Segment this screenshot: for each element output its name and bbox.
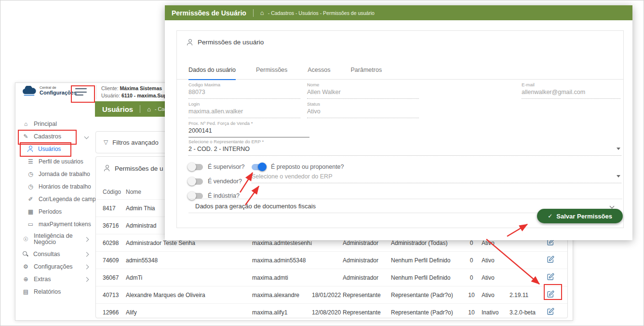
- tab-dados-do-usuario[interactable]: Dados do usuário: [188, 67, 236, 80]
- sidebar-item-relatorios[interactable]: ▤ Relatórios: [15, 285, 95, 298]
- app-logo: Central de Configurações: [21, 86, 77, 96]
- header-codigo: Código: [103, 189, 126, 195]
- cell-nome: Alexandre Marques de Oliveira: [126, 292, 252, 299]
- sidebar-item-horarios-de-trabalho[interactable]: ◷ Horários de trabalho: [15, 180, 95, 193]
- vendedor-toggle-row: É vendedor?: [188, 177, 242, 186]
- cell-nome: admin55348: [126, 257, 252, 264]
- field-email[interactable]: E-mail allenwalker@gmail.com: [522, 82, 620, 99]
- cell-status: Ativo: [482, 292, 510, 299]
- title-divider: [253, 9, 254, 17]
- title-divider: [140, 105, 140, 113]
- cell-num: 10: [461, 292, 482, 299]
- cell-versao: 3.2.0-beta: [510, 309, 547, 316]
- check-icon: ✓: [548, 213, 552, 219]
- pencil-icon: ✎: [22, 133, 29, 140]
- cell-status: Ativo: [482, 240, 510, 246]
- cell-nome: AdmTi: [126, 274, 252, 281]
- cell-tipo: Representante: [343, 292, 391, 299]
- edit-icon[interactable]: [547, 308, 554, 315]
- menu-toggle-icon[interactable]: [75, 88, 87, 95]
- field-status[interactable]: Status Ativo: [307, 101, 419, 118]
- person-icon: [104, 165, 110, 172]
- cell-status: Ativo: [482, 274, 510, 281]
- logo-text: Central de Configurações: [40, 86, 77, 96]
- sidebar-item-consultas[interactable]: Consultas: [15, 248, 95, 260]
- cell-num: 0: [461, 240, 482, 246]
- pen-icon: ✐: [27, 196, 34, 203]
- chevron-right-icon: [84, 277, 89, 282]
- edit-icon[interactable]: [547, 290, 554, 298]
- sidebar-item-cor-legenda-de-campos[interactable]: ✐ Cor/Legenda de campos: [15, 193, 95, 205]
- user-permissions-panel: Permissões de usuário Dados do usuário P…: [176, 30, 624, 228]
- cell-tipo: Administrador: [343, 257, 391, 264]
- sidebar-item-periodos[interactable]: ▦ Períodos: [15, 205, 95, 218]
- cell-login: maxima.alify1: [252, 309, 312, 316]
- cell-codigo: 36067: [103, 274, 126, 281]
- sidebar: ⌂ Principal ✎ Cadastros Usuários ☰ Perfi…: [15, 101, 95, 320]
- dropdown-caret-icon: [617, 175, 620, 177]
- sidebar-item-perfil-de-usuarios[interactable]: ☰ Perfil de usuários: [15, 155, 95, 168]
- sidebar-item-jornada-de-trabalho[interactable]: ◷ Jornada de trabalho: [15, 168, 95, 180]
- cell-nome: Alify: [126, 309, 252, 316]
- sidebar-item-configuracoes[interactable]: ⚙ Configurações: [15, 260, 95, 273]
- cell-codigo: 74609: [103, 257, 126, 264]
- cell-login: maxima.alexandre: [252, 292, 312, 299]
- field-prox-num-pedido[interactable]: Prox. Nº Ped. Força de Venda * 2000141: [188, 121, 309, 137]
- chevron-down-icon: [84, 134, 89, 139]
- sidebar-item-principal[interactable]: ⌂ Principal: [15, 118, 95, 130]
- cell-codigo: 60298: [103, 240, 126, 246]
- preposto-toggle[interactable]: [252, 164, 266, 170]
- card-icon: ▭: [27, 221, 34, 228]
- users-icon: [27, 146, 34, 152]
- cell-perfil: Administrador (Todas): [391, 240, 461, 246]
- cell-tipo: Administrador: [343, 274, 391, 281]
- tab-parametros[interactable]: Parâmetros: [351, 67, 382, 79]
- save-permissions-button[interactable]: ✓ Salvar Permissões: [537, 209, 623, 223]
- tab-permissoes[interactable]: Permissões: [256, 67, 287, 79]
- edit-icon[interactable]: [547, 256, 554, 263]
- field-login[interactable]: Login maxima.allen.walker: [188, 101, 300, 118]
- sidebar-item-maxpayment-tokens[interactable]: ▭ maxPayment tokens: [15, 218, 95, 231]
- chevron-down-icon: [610, 204, 615, 208]
- cell-status: Ativo: [482, 257, 510, 264]
- field-codigo-maxima[interactable]: Codigo Maxima 88073: [188, 82, 300, 99]
- industria-toggle[interactable]: [188, 193, 203, 199]
- search-icon: [22, 251, 29, 258]
- supervisor-toggle-row: É supervisor?: [188, 162, 244, 172]
- cell-num: 0: [461, 257, 482, 264]
- sidebar-item-inteligencia-de-negocio[interactable]: ☉ Inteligência de Negócio: [15, 231, 95, 248]
- report-icon: ▤: [22, 288, 29, 295]
- cell-codigo: 8417: [103, 205, 126, 212]
- filter-icon: ▽: [104, 139, 108, 146]
- cell-nome: Administrador Teste Senha: [126, 240, 252, 246]
- calendar-icon: ▦: [27, 208, 34, 215]
- field-nome[interactable]: Nome Allen Walker: [307, 82, 419, 99]
- cell-login: maxima.admti: [252, 274, 312, 281]
- table-row: 40713 Alexandre Marques de Oliveira maxi…: [96, 286, 567, 303]
- vendedor-erp-select[interactable]: Selecione o vendedor do ERP: [252, 173, 621, 183]
- home-icon: ⌂: [22, 121, 29, 127]
- vendedor-toggle[interactable]: [188, 178, 203, 185]
- cell-versao: 2.19.11: [510, 292, 547, 299]
- cell-codigo: 12966: [103, 309, 126, 316]
- sidebar-item-cadastros[interactable]: ✎ Cadastros: [15, 130, 95, 143]
- tab-acessos[interactable]: Acessos: [308, 67, 330, 79]
- field-representante-erp[interactable]: Selecione o Representante do ERP * 2 - C…: [188, 139, 621, 156]
- cell-data: 12/08/2020: [312, 309, 343, 316]
- cell-login: maxima.admin55348: [252, 257, 312, 264]
- cell-num: 10: [461, 309, 482, 316]
- supervisor-toggle[interactable]: [188, 164, 203, 170]
- sidebar-item-usuarios[interactable]: Usuários: [15, 143, 95, 155]
- cloud-logo-icon: [21, 86, 37, 96]
- logo-line-2: Configurações: [40, 90, 77, 96]
- dropdown-caret-icon: [617, 148, 620, 150]
- sidebar-item-extras[interactable]: ⊕ Extras: [15, 273, 95, 285]
- cell-status: Inativo: [482, 309, 510, 316]
- plus-icon: ⊕: [22, 276, 29, 283]
- filters-label: Filtros avançado: [112, 139, 158, 146]
- cell-perfil: Representante (Padr?o): [391, 309, 461, 316]
- edit-icon[interactable]: [547, 273, 554, 281]
- home-icon: ⌂: [147, 106, 151, 113]
- table-row: 74609 admin55348 maxima.admin55348 Admin…: [96, 251, 567, 269]
- table-row: 36067 AdmTi maxima.admti Administrador N…: [96, 269, 567, 286]
